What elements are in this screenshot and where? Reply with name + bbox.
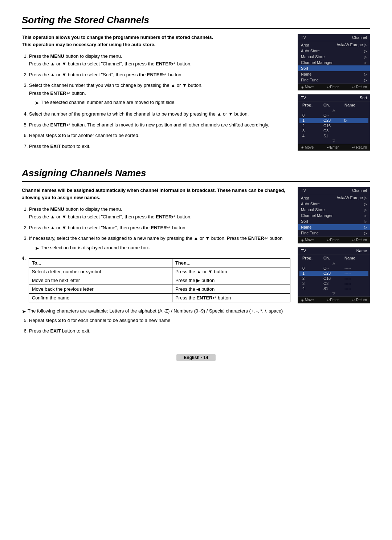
naming-chars-note: ➤ The following characters are available… bbox=[22, 308, 290, 314]
naming-steps-after-list: Repeat steps 3 to 4 for each channel to … bbox=[29, 317, 290, 335]
naming-name-val-1: ----- bbox=[344, 271, 366, 275]
sorting-sort-up-arrow-icon: △ bbox=[299, 108, 368, 113]
naming-steps-list: Press the MENU button to display the men… bbox=[29, 205, 290, 253]
sorting-sort-ch-3: C3 bbox=[323, 129, 344, 133]
sorting-sort-header: TV Sort bbox=[298, 94, 370, 101]
naming-name-col-ch: Ch. bbox=[323, 256, 344, 260]
naming-table-col1-header: To... bbox=[29, 258, 172, 267]
naming-name-prog-2: 2 bbox=[302, 276, 323, 281]
naming-name-row-1: 1 C23 ----- bbox=[299, 271, 368, 276]
sorting-menu-footer-move: ◈ Move bbox=[301, 85, 314, 89]
naming-name-row-4: 4 S1 ----- bbox=[299, 286, 368, 291]
sorting-note-3-text: The selected channel number and name are… bbox=[41, 98, 176, 106]
sorting-section: Sorting the Stored Channels This operati… bbox=[22, 15, 370, 153]
naming-channel-menu-panel: TV Channel Area : Asia/W.Europe ▷ Auto S… bbox=[298, 187, 370, 243]
naming-menu-channel-label: Channel bbox=[352, 188, 367, 193]
page-number-badge: English - 14 bbox=[176, 354, 215, 361]
naming-content-row: Channel names will be assigned automatic… bbox=[22, 187, 370, 338]
sorting-sort-panel: TV Sort Prog. Ch. Name △ 0 C-- bbox=[298, 94, 370, 151]
sorting-menu-name-chevron: ▷ bbox=[364, 72, 367, 76]
sorting-menu-channelmgr-label: Channel Manager bbox=[301, 60, 332, 65]
naming-name-ch-1: C23 bbox=[323, 271, 344, 275]
sorting-sort-ch-2: C16 bbox=[323, 124, 344, 128]
naming-menu-body: Area : Asia/W.Europe ▷ Auto Store ▷ Manu… bbox=[298, 194, 370, 237]
naming-menu-sort-chevron: ▷ bbox=[364, 219, 367, 223]
naming-name-title: Name bbox=[356, 249, 367, 253]
sorting-sort-tv-label: TV bbox=[301, 96, 306, 100]
naming-name-panel: TV Name Prog. Ch. Name △ 0 C-- ----- bbox=[298, 247, 370, 303]
naming-menu-finetune-label: Fine Tune bbox=[301, 231, 319, 235]
naming-name-prog-0: 0 bbox=[302, 266, 323, 270]
sorting-sort-prog-4: 4 bbox=[302, 134, 323, 138]
naming-menu-channelmgr-label: Channel Manager bbox=[301, 213, 332, 218]
sorting-sort-name-3 bbox=[344, 129, 366, 133]
sorting-sort-footer: ◈ Move ↵Enter ↩ Return bbox=[298, 144, 370, 150]
sorting-menu-autostore-label: Auto Store bbox=[301, 49, 320, 53]
sorting-sort-row-0: 0 C-- bbox=[299, 113, 368, 118]
sorting-step-3: Select the channel number that you wish … bbox=[29, 81, 290, 107]
naming-name-tv-label: TV bbox=[301, 249, 306, 253]
sorting-menu-footer: ◈ Move ↵Enter ↩ Return bbox=[298, 84, 370, 90]
sorting-menu-row-autostore: Auto Store ▷ bbox=[298, 48, 370, 54]
sorting-menu-row-finetune: Fine Tune ▷ bbox=[298, 77, 370, 83]
naming-name-footer: ◈ Move ↵Enter ↩ Return bbox=[298, 297, 370, 303]
naming-step-1: Press the MENU button to display the men… bbox=[29, 205, 290, 221]
sorting-menu-name-label: Name bbox=[301, 72, 311, 76]
naming-instructions: Channel names will be assigned automatic… bbox=[22, 187, 290, 338]
sorting-step-7: Press the EXIT button to exit. bbox=[29, 142, 290, 150]
sorting-menu-header: TV Channel bbox=[298, 34, 370, 41]
naming-table-row3-to: Move back the previous letter bbox=[29, 285, 172, 293]
naming-table-row1-then: Press the ▲ or ▼ button bbox=[172, 267, 290, 276]
naming-name-prog-4: 4 bbox=[302, 286, 323, 291]
naming-name-footer-enter: ↵Enter bbox=[327, 298, 339, 302]
sorting-title: Sorting the Stored Channels bbox=[22, 15, 370, 29]
naming-menu-footer: ◈ Move ↵Enter ↩ Return bbox=[298, 237, 370, 243]
sorting-menu-row-sort: Sort bbox=[298, 65, 370, 71]
naming-name-ch-2: C16 bbox=[323, 276, 344, 281]
sorting-sort-prog-2: 2 bbox=[302, 124, 323, 128]
naming-section: Assigning Channels Names Channel names w… bbox=[22, 168, 370, 338]
sorting-sort-ch-1: C23 bbox=[323, 118, 344, 123]
sorting-sort-prog-3: 3 bbox=[302, 129, 323, 133]
sorting-sort-ch-4: S1 bbox=[323, 134, 344, 138]
sorting-steps-list: Press the MENU button to display the men… bbox=[29, 52, 290, 150]
naming-menu-manualstore-chevron: ▷ bbox=[364, 208, 367, 212]
naming-name-ch-3: C3 bbox=[323, 281, 344, 286]
naming-name-ch-4: S1 bbox=[323, 286, 344, 291]
note-arrow-icon: ➤ bbox=[35, 99, 39, 107]
naming-menu-sort-label: Sort bbox=[301, 219, 308, 223]
naming-ui-panels: TV Channel Area : Asia/W.Europe ▷ Auto S… bbox=[298, 187, 370, 303]
naming-table-row-1: Select a letter, number or symbol Press … bbox=[29, 267, 290, 276]
naming-menu-footer-return: ↩ Return bbox=[352, 238, 367, 242]
naming-menu-row-name: Name ▷ bbox=[298, 224, 370, 230]
naming-note-arrow-icon: ➤ bbox=[35, 244, 39, 253]
naming-menu-autostore-label: Auto Store bbox=[301, 202, 320, 206]
naming-table-col2-header: Then... bbox=[172, 258, 290, 267]
sorting-sort-name-1: ▷ bbox=[344, 118, 366, 123]
sorting-menu-manualstore-chevron: ▷ bbox=[364, 55, 367, 59]
naming-table-row3-then: Press the ◀ button bbox=[172, 285, 290, 293]
naming-intro-bold: Channel names will be assigned automatic… bbox=[22, 188, 285, 200]
naming-menu-name-label: Name bbox=[301, 225, 311, 229]
naming-name-down-arrow-icon: ▽ bbox=[299, 291, 368, 296]
sorting-content-row: This operation allows you to change the … bbox=[22, 34, 370, 153]
sorting-menu-footer-enter: ↵Enter bbox=[327, 85, 339, 89]
naming-chars-note-arrow-icon: ➤ bbox=[22, 309, 26, 314]
sorting-instructions: This operation allows you to change the … bbox=[22, 34, 290, 153]
sorting-menu-sort-label: Sort bbox=[301, 66, 308, 70]
sorting-sort-col-headers: Prog. Ch. Name bbox=[299, 102, 368, 108]
sorting-step-2: Press the ▲ or ▼ button to select "Sort"… bbox=[29, 71, 290, 78]
naming-name-prog-1: 1 bbox=[302, 271, 323, 275]
sorting-col-prog: Prog. bbox=[302, 103, 323, 107]
naming-menu-row-channelmgr: Channel Manager ▷ bbox=[298, 213, 370, 218]
sorting-sort-prog-0: 0 bbox=[302, 113, 323, 117]
sorting-menu-tv-label: TV bbox=[301, 35, 306, 40]
naming-name-prog-3: 3 bbox=[302, 281, 323, 286]
naming-title: Assigning Channels Names bbox=[22, 168, 370, 182]
naming-name-row-2: 2 C16 ----- bbox=[299, 276, 368, 281]
sorting-menu-area-value: : Asia/W.Europe ▷ bbox=[335, 43, 367, 47]
naming-step-3: If necessary, select the channel to be a… bbox=[29, 234, 290, 253]
sorting-note-3: ➤ The selected channel number and name a… bbox=[35, 98, 290, 107]
naming-menu-row-sort: Sort ▷ bbox=[298, 218, 370, 224]
sorting-col-ch: Ch. bbox=[323, 103, 344, 107]
